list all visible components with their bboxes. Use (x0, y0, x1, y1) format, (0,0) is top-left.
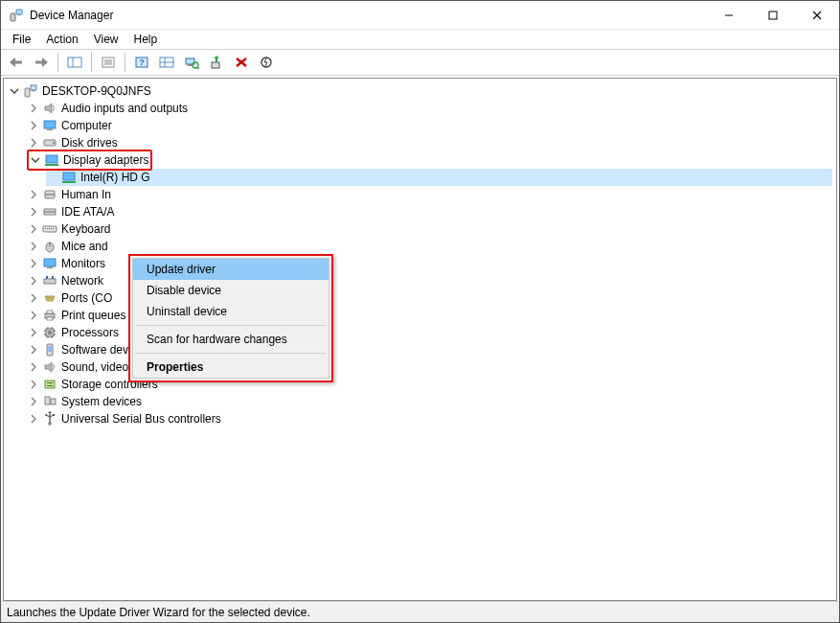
printer-icon (42, 308, 57, 323)
menu-separator (135, 325, 327, 326)
mouse-icon (42, 239, 57, 254)
menu-item-label: Properties (147, 360, 203, 374)
menu-item-label: Update driver (147, 263, 216, 276)
scan-hardware-button[interactable] (180, 52, 203, 73)
svg-rect-63 (48, 331, 52, 335)
maximize-button[interactable] (751, 1, 795, 29)
collapse-arrow-icon[interactable] (27, 240, 40, 253)
collapse-arrow-icon[interactable] (27, 205, 40, 219)
svg-rect-48 (53, 228, 54, 229)
toolbar-separator (125, 53, 125, 72)
menu-action[interactable]: Action (38, 31, 85, 48)
system-device-icon (42, 394, 57, 409)
expand-arrow-icon[interactable] (29, 153, 42, 167)
tree-node-label: System devices (61, 393, 142, 410)
menu-help[interactable]: Help (126, 31, 166, 48)
tree-node-label: DESKTOP-9Q0JNFS (42, 82, 151, 100)
toolbar-separator (57, 53, 58, 72)
back-button[interactable] (5, 52, 28, 73)
svg-rect-7 (15, 61, 22, 64)
menu-view[interactable]: View (86, 31, 126, 48)
svg-text:?: ? (139, 58, 145, 67)
svg-rect-46 (49, 228, 50, 229)
tree-node-label: Intel(R) HD G (80, 169, 150, 186)
context-menu-uninstall-device[interactable]: Uninstall device (133, 301, 329, 322)
status-text: Launches the Update Driver Wizard for th… (7, 606, 310, 619)
uninstall-device-button[interactable] (230, 52, 253, 73)
annotation-highlight: Display adapters (27, 150, 152, 171)
forward-button[interactable] (30, 52, 53, 73)
menu-file[interactable]: File (5, 31, 38, 48)
svg-rect-32 (47, 129, 53, 131)
svg-rect-24 (212, 62, 219, 68)
context-menu-properties[interactable]: Properties (133, 357, 329, 378)
context-menu-disable-device[interactable]: Disable device (133, 280, 329, 301)
collapse-arrow-icon[interactable] (27, 136, 40, 150)
computer-icon (23, 83, 38, 99)
menu-item-label: Uninstall device (147, 305, 227, 318)
svg-rect-21 (188, 64, 193, 66)
tree-node-label: Human In (61, 186, 111, 203)
collapse-arrow-icon[interactable] (27, 274, 40, 288)
hid-icon (42, 187, 57, 202)
svg-rect-31 (44, 121, 56, 128)
svg-rect-28 (25, 88, 30, 97)
svg-point-57 (49, 297, 50, 298)
context-menu-scan-hardware[interactable]: Scan for hardware changes (133, 329, 329, 350)
collapse-arrow-icon[interactable] (27, 309, 40, 322)
status-bar: Launches the Update Driver Wizard for th… (1, 601, 839, 622)
tree-node-intel-graphics[interactable]: Intel(R) HD G (46, 169, 832, 186)
tree-node-display-adapters[interactable]: Display adapters (27, 151, 832, 169)
svg-rect-77 (45, 397, 50, 404)
minimize-button[interactable] (707, 1, 751, 29)
collapse-arrow-icon[interactable] (27, 378, 40, 391)
collapse-arrow-icon[interactable] (27, 188, 40, 201)
processor-icon (42, 325, 57, 340)
tree-node-computer[interactable]: Computer (27, 117, 832, 134)
expand-arrow-icon[interactable] (8, 84, 21, 98)
collapse-arrow-icon[interactable] (27, 291, 40, 305)
tree-node-label: Mice and (61, 238, 108, 255)
tree-node-system-devices[interactable]: System devices (27, 393, 832, 410)
collapse-arrow-icon[interactable] (27, 343, 40, 357)
tree-node-label: Keyboard (61, 220, 110, 238)
menu-item-label: Scan for hardware changes (147, 333, 287, 346)
disk-icon (42, 135, 57, 150)
disable-device-button[interactable] (255, 52, 278, 73)
tree-node-label: IDE ATA/A (61, 203, 115, 220)
svg-rect-2 (18, 14, 21, 15)
toolbar-separator (91, 53, 92, 72)
collapse-arrow-icon[interactable] (27, 395, 40, 408)
tree-node-mice[interactable]: Mice and (27, 238, 832, 255)
tree-node-ide[interactable]: IDE ATA/A (27, 203, 832, 220)
tree-node-usb-controllers[interactable]: Universal Serial Bus controllers (27, 410, 832, 427)
show-hide-console-tree-button[interactable] (63, 52, 86, 73)
svg-rect-36 (45, 164, 58, 166)
svg-rect-37 (63, 173, 75, 180)
tree-node-label: Audio inputs and outputs (61, 100, 188, 117)
tree-node-keyboards[interactable]: Keyboard (27, 220, 832, 238)
help-button[interactable]: ? (130, 52, 153, 73)
collapse-arrow-icon[interactable] (27, 412, 40, 426)
window-controls (707, 1, 839, 29)
collapse-arrow-icon[interactable] (27, 119, 40, 132)
device-tree-container: DESKTOP-9Q0JNFS Audio inputs and outputs… (3, 78, 837, 601)
tree-node-audio[interactable]: Audio inputs and outputs (27, 100, 832, 117)
svg-rect-52 (47, 267, 53, 269)
display-adapter-icon (44, 152, 59, 168)
tree-node-label: Network (61, 272, 103, 289)
collapse-arrow-icon[interactable] (27, 257, 40, 270)
close-button[interactable] (795, 1, 839, 29)
collapse-arrow-icon[interactable] (27, 102, 40, 115)
collapse-arrow-icon[interactable] (27, 360, 40, 374)
collapse-arrow-icon[interactable] (27, 326, 40, 339)
collapse-arrow-icon[interactable] (27, 222, 40, 236)
tree-root[interactable]: DESKTOP-9Q0JNFS (8, 82, 832, 100)
properties-button[interactable] (97, 52, 120, 73)
update-driver-button[interactable] (205, 52, 228, 73)
tree-node-hid[interactable]: Human In (27, 186, 832, 203)
context-menu-update-driver[interactable]: Update driver (133, 259, 329, 280)
action-list-button[interactable] (155, 52, 178, 73)
svg-rect-1 (16, 10, 22, 14)
svg-rect-75 (47, 382, 53, 383)
